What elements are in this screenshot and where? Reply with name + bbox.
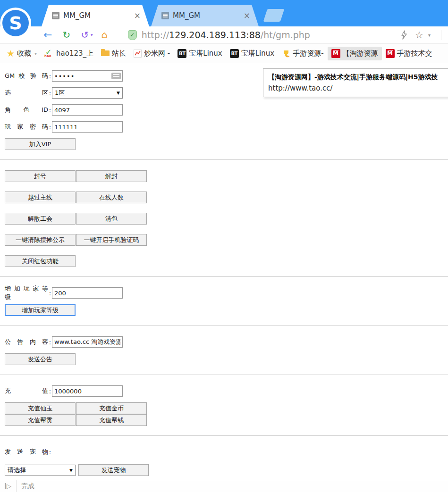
- browser-titlebar: S MM_GM × MM_GM ×: [0, 0, 448, 26]
- hao123-icon: ✓ hao: [44, 49, 54, 58]
- disband-guild-button[interactable]: 解散工会: [5, 213, 76, 225]
- pet-select-value: 请选择: [8, 466, 69, 475]
- send-pet-button[interactable]: 发送宠物: [78, 464, 149, 476]
- region-select[interactable]: 1区 ▼: [52, 87, 123, 99]
- notice-row: 公 告 内 容 :: [5, 336, 448, 348]
- ban-row: 封号 解封: [5, 170, 448, 182]
- chevron-down-icon: ▾: [34, 51, 37, 56]
- close-redpacket-button[interactable]: 关闭红包功能: [5, 255, 76, 267]
- bookmark-taoyou-ziyuan[interactable]: M 【淘游资源: [328, 47, 382, 60]
- bookmark-hao123[interactable]: ✓ hao hao123_上: [41, 47, 97, 60]
- clear-stall-button[interactable]: 一键清除摆摊公示: [5, 234, 76, 246]
- favorite-dropdown-caret-icon[interactable]: ▾: [428, 33, 431, 38]
- url-host: 129.204.189.113:88: [169, 30, 261, 40]
- keyboard-icon[interactable]: [111, 73, 121, 79]
- statusbar-divider: [16, 480, 17, 492]
- bookmark-label: 手游资源-: [293, 49, 323, 58]
- bookmark-baota-linux-2[interactable]: BT 宝塔Linux: [226, 47, 278, 60]
- status-text: 完成: [21, 482, 34, 491]
- label-colon: :: [48, 388, 52, 395]
- label-colon: :: [48, 290, 52, 297]
- add-level-label: 增 加 玩 家 等 级: [5, 284, 48, 301]
- sogou-logo-letter: S: [2, 10, 29, 36]
- refresh-button[interactable]: ↻: [62, 30, 70, 40]
- bookmark-shouyou-ziyuan[interactable]: 手游资源-: [278, 47, 327, 60]
- sogou-logo[interactable]: S: [0, 8, 31, 39]
- folder-icon: [101, 50, 110, 56]
- online-count-button[interactable]: 在线人数: [76, 192, 147, 203]
- charge-gold-button[interactable]: 充值金币: [76, 402, 147, 414]
- bookmark-shouyou-jishu[interactable]: M 手游技术交: [382, 47, 436, 60]
- add-level-input[interactable]: [52, 287, 123, 299]
- security-shield-icon[interactable]: ✓: [128, 30, 137, 40]
- charge-buttons-row-2: 充值帮贡 充值帮钱: [5, 414, 448, 426]
- taoyou-m-icon: M: [331, 49, 340, 58]
- clear-bag-button[interactable]: 清包: [76, 213, 147, 225]
- label-colon: :: [48, 107, 52, 114]
- label-colon: :: [48, 73, 52, 80]
- section-divider: [0, 325, 448, 326]
- ban-button[interactable]: 封号: [5, 170, 76, 182]
- player-password-row: 玩 家 密 码 :: [5, 121, 448, 133]
- bookmark-label: 炒米网 -: [144, 49, 170, 58]
- page-content: 【淘游资源网】-游戏技术交流|手游服务端源码|H5游戏技 http://www.…: [0, 64, 448, 480]
- onekey-row: 一键清除摆摊公示 一键开启手机验证码: [5, 234, 448, 246]
- add-level-row: 增 加 玩 家 等 级 :: [5, 287, 448, 299]
- bookmark-label: 手游技术交: [397, 49, 432, 58]
- charge-buttons-row-1: 充值仙玉 充值金币: [5, 402, 448, 414]
- tab-active[interactable]: MM_GM ×: [42, 5, 149, 26]
- taoyou-m-icon: M: [386, 49, 395, 58]
- player-password-input[interactable]: [52, 121, 123, 133]
- section-divider: [0, 159, 448, 160]
- unban-button[interactable]: 解封: [76, 170, 147, 182]
- back-button[interactable]: ←: [43, 30, 52, 40]
- skip-mainline-button[interactable]: 越过主线: [5, 192, 76, 203]
- undo-dropdown-caret-icon[interactable]: ▾: [91, 33, 93, 37]
- bookmark-tooltip: 【淘游资源网】-游戏技术交流|手游服务端源码|H5游戏技 http://www.…: [263, 68, 448, 97]
- notice-input[interactable]: [52, 336, 123, 348]
- pet-select[interactable]: 请选择 ▼: [5, 465, 76, 476]
- bookmark-label: 【淘游资源: [343, 49, 378, 58]
- charge-bangqian-button[interactable]: 充值帮钱: [76, 414, 147, 426]
- role-id-input[interactable]: [52, 104, 123, 116]
- tab-inactive[interactable]: MM_GM ×: [151, 5, 259, 26]
- favorite-star-icon[interactable]: ☆: [415, 29, 423, 41]
- mainline-row: 越过主线 在线人数: [5, 192, 448, 203]
- select-arrow-icon: ▼: [69, 468, 73, 473]
- tooltip-title: 【淘游资源网】-游戏技术交流|手游服务端源码|H5游戏技: [268, 73, 448, 82]
- bookmark-baota-linux-1[interactable]: BT 宝塔Linux: [174, 47, 226, 60]
- speed-boost-icon[interactable]: [400, 30, 407, 40]
- bookmark-label: 收藏: [17, 49, 31, 58]
- charge-xianyu-button[interactable]: 充值仙玉: [5, 402, 76, 414]
- section-divider: [0, 435, 448, 436]
- home-button[interactable]: ⌂: [101, 30, 108, 40]
- send-pet-label: 发 送 宠 物: [5, 448, 48, 456]
- tab-close-icon[interactable]: ×: [133, 11, 142, 20]
- bookmark-chaomiwang[interactable]: 炒米网 -: [130, 47, 174, 60]
- label-colon: :: [48, 449, 52, 456]
- toolbar-divider: [441, 30, 441, 40]
- bookmark-favorites[interactable]: ★ 收藏 ▾: [3, 47, 41, 60]
- new-tab-button[interactable]: [263, 9, 285, 22]
- bookmark-label: 宝塔Linux: [189, 49, 222, 58]
- page-document-icon: [161, 12, 169, 19]
- enable-phone-code-button[interactable]: 一键开启手机验证码: [76, 234, 147, 246]
- tab-title: MM_GM: [63, 11, 133, 20]
- gm-code-label: GM 校 验 码: [5, 72, 48, 80]
- charge-banggong-button[interactable]: 充值帮贡: [5, 414, 76, 426]
- undo-close-button[interactable]: ↺: [81, 30, 89, 40]
- url-scheme: http://: [142, 30, 169, 40]
- chart-icon: [134, 50, 142, 58]
- charge-input[interactable]: [52, 385, 123, 397]
- speed-mode-icon[interactable]: ▷: [0, 483, 16, 489]
- join-vip-button[interactable]: 加入VIP: [5, 138, 76, 150]
- bookmark-zhanzhang[interactable]: 站长: [97, 47, 130, 60]
- role-id-label: 角 色 ID: [5, 106, 48, 114]
- add-level-button[interactable]: 增加玩家等级: [5, 304, 76, 316]
- address-bar[interactable]: http://129.204.189.113:88/ht/gm.php: [142, 30, 310, 40]
- url-path: /ht/gm.php: [261, 30, 310, 40]
- label-colon: :: [48, 124, 52, 131]
- tab-close-icon[interactable]: ×: [243, 11, 251, 20]
- send-notice-button[interactable]: 发送公告: [5, 353, 76, 365]
- notice-label: 公 告 内 容: [5, 338, 48, 346]
